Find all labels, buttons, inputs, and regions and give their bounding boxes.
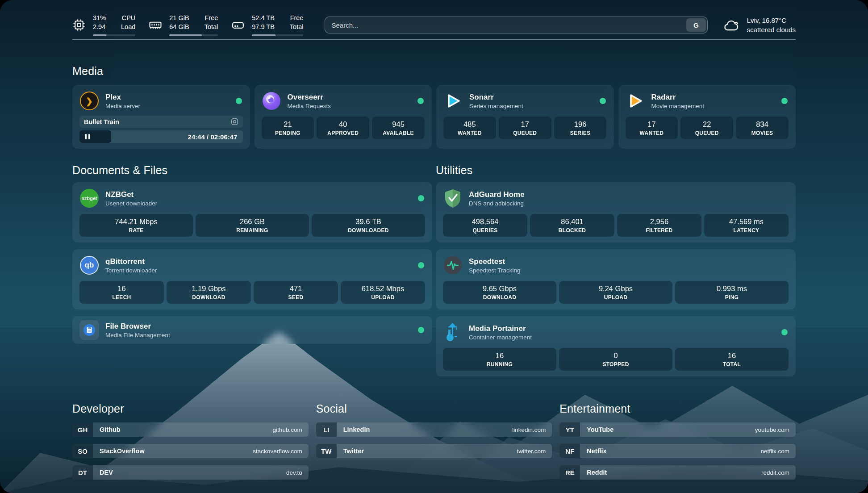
pause-button[interactable] xyxy=(85,134,90,139)
stat-running: 16 RUNNING xyxy=(443,348,556,371)
social-section-heading: Social xyxy=(316,402,552,415)
bookmark-url: stackoverflow.com xyxy=(253,444,308,458)
service-name: Speedtest xyxy=(469,257,521,266)
bookmark-netflix[interactable]: NF Netflix netflix.com xyxy=(559,444,796,458)
bookmark-abbr: RE xyxy=(559,465,580,480)
search-engine-button[interactable]: G xyxy=(686,18,706,32)
service-name: Sonarr xyxy=(469,93,523,102)
dashboard-page: 31% 2.94 CPU Load xyxy=(0,0,868,493)
media-section-heading: Media xyxy=(72,65,796,78)
service-description: Container management xyxy=(469,334,532,341)
bookmark-twitter[interactable]: TW Twitter twitter.com xyxy=(316,444,552,458)
developer-section-heading: Developer xyxy=(72,402,309,415)
service-card-nzbget[interactable]: nzbget NZBGet Usenet downloader 744.21 M… xyxy=(72,182,432,242)
memory-total-value: 64 GiB xyxy=(169,23,189,32)
entertainment-bookmarks: YT YouTube youtube.com NF Netflix netfli… xyxy=(559,422,796,480)
bookmark-github[interactable]: GH Github github.com xyxy=(72,422,309,437)
video-icon xyxy=(231,118,238,125)
service-description: Speedtest Tracking xyxy=(469,267,521,274)
bookmark-name: YouTube xyxy=(580,422,755,437)
cpu-chip-icon xyxy=(72,18,86,32)
entertainment-section-heading: Entertainment xyxy=(559,402,796,415)
weather-condition: scattered clouds xyxy=(747,25,796,34)
filebrowser-floppy-icon xyxy=(79,320,99,340)
bookmark-url: dev.to xyxy=(286,465,309,480)
service-card-sonarr[interactable]: Sonarr Series management 485 WANTED 17 Q… xyxy=(436,85,614,149)
memory-stat: 21 GiB 64 GiB Free Total xyxy=(149,14,218,36)
service-card-filebrowser[interactable]: File Browser Media File Management xyxy=(72,316,432,344)
playback-progress-bar[interactable]: 24:44 / 02:06:47 xyxy=(79,130,243,143)
bookmark-name: DEV xyxy=(93,465,286,480)
service-description: Torrent downloader xyxy=(105,267,157,274)
radarr-play-icon xyxy=(626,91,645,111)
search-bar[interactable]: G xyxy=(325,17,707,33)
overseerr-eye-icon xyxy=(262,91,281,111)
stat-movies: 834 MOVIES xyxy=(736,117,789,139)
nzbget-logo-icon: nzbget xyxy=(79,188,99,208)
bookmark-linkedin[interactable]: LI LinkedIn linkedin.com xyxy=(316,422,552,437)
service-description: Media server xyxy=(105,103,140,109)
service-description: Movie management xyxy=(651,103,705,109)
cpu-label: CPU xyxy=(121,14,135,23)
bookmark-name: LinkedIn xyxy=(337,422,513,437)
stat-rate: 744.21 Mbps RATE xyxy=(79,214,193,237)
status-dot xyxy=(781,98,788,104)
bookmark-abbr: GH xyxy=(72,422,93,437)
service-name: Plex xyxy=(105,93,140,102)
cpu-usage-value: 31% xyxy=(93,14,106,23)
stat-remaining: 266 GB REMAINING xyxy=(196,214,309,237)
service-name: qBittorrent xyxy=(105,257,157,266)
service-name: Radarr xyxy=(651,93,705,102)
service-card-portainer[interactable]: Media Portainer Container management 16 … xyxy=(436,316,796,376)
bookmark-abbr: NF xyxy=(559,444,580,458)
disk-stat: 52.4 TB 97.9 TB Free Total xyxy=(231,14,303,36)
disk-progress-bar xyxy=(252,34,303,36)
service-description: Series management xyxy=(469,103,523,109)
bookmark-abbr: TW xyxy=(316,444,337,458)
status-dot xyxy=(418,195,424,201)
weather-widget: Lviv, 16.87°C scattered clouds xyxy=(723,16,796,34)
status-dot xyxy=(781,329,788,335)
service-card-speedtest[interactable]: Speedtest Speedtest Tracking 9.65 Gbps D… xyxy=(436,249,796,309)
service-name: AdGuard Home xyxy=(469,190,525,199)
bookmark-url: twitter.com xyxy=(517,444,552,458)
stat-leech: 16 LEECH xyxy=(79,281,164,304)
hard-drive-icon xyxy=(231,18,245,32)
service-name: Media Portainer xyxy=(469,324,532,333)
now-playing-row: Bullet Train xyxy=(79,116,243,128)
stat-queued: 17 QUEUED xyxy=(499,117,551,139)
service-card-overseerr[interactable]: Overseerr Media Requests 21 PENDING 40 A… xyxy=(255,85,432,149)
memory-progress-bar xyxy=(169,34,218,36)
bookmark-abbr: YT xyxy=(559,422,580,437)
bookmark-dev[interactable]: DT DEV dev.to xyxy=(72,465,309,480)
stat-seed: 471 SEED xyxy=(254,281,338,304)
service-card-radarr[interactable]: Radarr Movie management 17 WANTED 22 QUE… xyxy=(618,85,796,149)
speedtest-heartbeat-icon xyxy=(443,255,463,275)
search-input[interactable] xyxy=(331,21,686,29)
social-bookmarks: LI LinkedIn linkedin.com TW Twitter twit… xyxy=(316,422,552,458)
service-card-adguard[interactable]: AdGuard Home DNS and adblocking 498,564 … xyxy=(436,182,796,242)
stat-upload: 618.52 Mbps UPLOAD xyxy=(341,281,425,304)
stat-wanted: 17 WANTED xyxy=(626,117,678,139)
header-divider xyxy=(72,39,796,40)
stat-blocked: 86,401 BLOCKED xyxy=(530,214,614,237)
disk-free-value: 52.4 TB xyxy=(252,14,275,23)
bookmark-youtube[interactable]: YT YouTube youtube.com xyxy=(559,422,796,437)
bookmark-name: Netflix xyxy=(580,444,760,458)
plex-chevron-icon: ❯ xyxy=(79,91,99,111)
bookmark-reddit[interactable]: RE Reddit reddit.com xyxy=(559,465,796,480)
service-card-plex[interactable]: ❯ Plex Media server Bullet Train xyxy=(72,85,250,149)
stat-queries: 498,564 QUERIES xyxy=(443,214,527,237)
memory-free-label: Free xyxy=(204,14,218,23)
cpu-load-label: Load xyxy=(121,23,135,32)
service-card-qbittorrent[interactable]: qb qBittorrent Torrent downloader 16 LEE… xyxy=(72,249,432,309)
disk-total-label: Total xyxy=(290,23,304,32)
stat-wanted: 485 WANTED xyxy=(443,117,496,139)
now-playing-title: Bullet Train xyxy=(84,118,119,125)
bookmark-stackoverflow[interactable]: SO StackOverflow stackoverflow.com xyxy=(72,444,309,458)
utilities-section-heading: Utilities xyxy=(436,164,796,177)
bookmark-abbr: LI xyxy=(316,422,337,437)
stat-available: 945 AVAILABLE xyxy=(372,117,425,139)
bookmark-url: github.com xyxy=(273,422,309,437)
stat-downloaded: 39.6 TB DOWNLOADED xyxy=(312,214,425,237)
